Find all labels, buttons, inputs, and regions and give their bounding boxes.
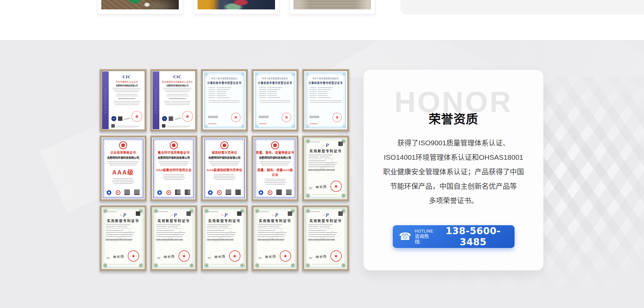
project-photo-card-1[interactable] (97, 0, 183, 14)
qr-code-icon (286, 190, 291, 195)
issuing-authority: 中华人民共和国国家版权局 (256, 77, 294, 80)
red-emblem-seal-icon: ★ (127, 250, 140, 262)
certificate-title: 计算机软件著作权登记证书 (206, 81, 243, 85)
qr-code-icon (288, 211, 292, 216)
red-emblem-seal-icon: ★ (228, 250, 241, 262)
qr-code-icon (185, 190, 190, 195)
cic-round-logo: CIC (111, 116, 116, 121)
award-grade-text: 质量、服务、信誉AAA级企业 (256, 167, 294, 177)
director-signature: 申长雨 (164, 254, 175, 259)
certificate-title: 质量、服务、信誉等级证书 (256, 150, 294, 155)
certificate-software-copyright: 中华人民共和国国家版权局 计算机软件著作权登记证书 (302, 69, 349, 132)
red-emblem-seal-icon: ★ (279, 250, 292, 262)
project-photo-card-2[interactable] (193, 0, 279, 14)
footer-rule (210, 264, 238, 265)
side-band-label: CERTIFICATE (104, 88, 107, 113)
certificate-title: 重合同守信用等级证书 (155, 150, 193, 155)
director-signature: 申长雨 (265, 254, 276, 259)
certificate-credit-rating: 质量、服务、信誉等级证书 合肥珂玛环保科技有限公司 质量、服务、信誉AAA级企业… (252, 136, 299, 201)
patent-number-line (258, 211, 269, 212)
company-name: 合肥珂玛环保科技有限公司 (256, 156, 294, 159)
patent-number-line (106, 211, 117, 212)
blue-badge-icon (208, 190, 213, 195)
patent-number-line (308, 142, 320, 142)
patent-number-line (207, 211, 218, 212)
certificate-number (310, 123, 318, 124)
certificate-utility-patent: CNIPA P 实用新型专利证书 (150, 205, 197, 271)
certificate-number (259, 123, 267, 124)
certificate-credit-rating: 重合同守信用等级证书 合肥珂玛环保科技有限公司 AAA级重合同守信用企业 ★ (150, 136, 197, 201)
patent-number-line (156, 211, 168, 212)
certificate-utility-patent: CNIPA P 实用新型专利证书 (302, 136, 349, 201)
qr-code-icon (276, 190, 282, 195)
certificate-credit-rating: 企业信用等级证书 合肥珂玛环保科技有限公司 AAA级 ★ (100, 136, 147, 201)
certificate-software-copyright: 中华人民共和国国家版权局 计算机软件著作权登记证书 (252, 69, 299, 132)
issuing-authority: 中华人民共和国国家版权局 (307, 77, 344, 80)
cic-round-logo: CIC (162, 116, 167, 121)
qr-code-icon (111, 124, 115, 127)
project-photo-3 (293, 0, 371, 9)
qr-code-icon (169, 116, 173, 121)
hotline-label-en: HOTLINE (415, 229, 433, 234)
red-emblem-icon (119, 141, 127, 149)
certificate-title: 计算机软件著作权登记证书 (307, 81, 344, 85)
certificate-title: 实用新型专利证书 (256, 218, 294, 223)
honor-description: 获得了ISO9001质量管理体系认证、 ISO14001环境管理体系认证和OHS… (374, 136, 533, 208)
qr-code-icon (338, 211, 343, 216)
barcode-icon (207, 239, 234, 241)
signature-line (124, 117, 130, 119)
footer-rule (312, 194, 340, 195)
certificate-utility-patent: CNIPA P 实用新型专利证书 (302, 205, 349, 271)
signature-line (175, 117, 181, 119)
certificate-title: 实用新型专利证书 (104, 218, 142, 223)
description-line: 职业健康安全管理体系认证；产品获得了中国 (374, 164, 533, 179)
director-signature: 申长雨 (113, 254, 124, 259)
certificate-side-band: CERTIFICATE (102, 71, 109, 129)
company-name: 合肥珂玛环保科技有限公司 (205, 156, 244, 159)
project-photo-1 (101, 0, 179, 9)
blue-badge-icon (107, 190, 111, 195)
certificate-number (208, 123, 216, 124)
qr-code-icon (118, 116, 122, 121)
company-name: 合肥珂玛环保科技有限公司 (155, 156, 193, 159)
certificate-title: 实用新型专利证书 (206, 218, 243, 223)
project-photo-card-3[interactable] (289, 0, 375, 14)
red-star-badge-icon: ★ (116, 190, 120, 195)
footer-rule (312, 264, 340, 265)
side-band-label: CERTIFICATE (155, 88, 157, 113)
section-title: 荣誉资质 (364, 109, 543, 127)
award-grade-text: AAA级重合同守信用企业 (155, 167, 193, 172)
barcode-icon (308, 239, 335, 241)
patent-number-line (308, 211, 320, 212)
page: CERTIFICATE CIC 环境管理体系认证证书 合肥珂玛环保科技有限公司 (0, 0, 644, 308)
certificate-grid: CERTIFICATE CIC 环境管理体系认证证书 合肥珂玛环保科技有限公司 (100, 69, 349, 271)
red-star-seal-icon: ★ (230, 112, 241, 123)
red-star-badge-icon: ★ (268, 190, 272, 195)
hotline-number: 138-5600-3485 (436, 225, 510, 248)
company-name: 合肥珂玛环保科技有限公司 (160, 84, 195, 87)
barcode-icon (310, 116, 319, 118)
red-emblem-icon (271, 141, 279, 149)
red-emblem-seal-icon: ★ (330, 250, 342, 262)
qr-code-icon (237, 211, 241, 216)
certificate-title: 实用新型专利证书 (307, 148, 344, 153)
qr-code-icon (136, 211, 140, 216)
description-line: 获得了ISO9001质量管理体系认证、 (374, 136, 533, 150)
qr-code-icon (134, 190, 140, 195)
certificate-title: 实用新型专利证书 (155, 218, 193, 223)
red-emblem-icon (220, 141, 228, 149)
certificate-utility-patent: CNIPA P 实用新型专利证书 (100, 205, 147, 271)
certificate-title: 计算机软件著作权登记证书 (256, 81, 294, 85)
honor-section: CERTIFICATE CIC 环境管理体系认证证书 合肥珂玛环保科技有限公司 (0, 40, 644, 308)
qr-code-icon (186, 211, 191, 216)
certificate-software-copyright: 中华人民共和国国家版权局 计算机软件著作权登记证书 (201, 69, 248, 132)
director-signature: 申长雨 (316, 184, 327, 190)
top-gallery-strip (0, 0, 644, 40)
certificate-title: 企业信用等级证书 (104, 150, 142, 155)
issuing-authority: 中华人民共和国国家版权局 (206, 77, 243, 80)
hotline-button[interactable]: ☎ HOTLINE 咨询热线: 138-5600-3485 (393, 225, 515, 248)
red-emblem-icon (170, 141, 178, 149)
certificate-side-band: CERTIFICATE (153, 71, 159, 129)
certificate-iso: CERTIFICATE CIC 环境管理体系认证证书 合肥珂玛环保科技有限公司 (100, 69, 147, 132)
footer-rule (109, 264, 137, 265)
